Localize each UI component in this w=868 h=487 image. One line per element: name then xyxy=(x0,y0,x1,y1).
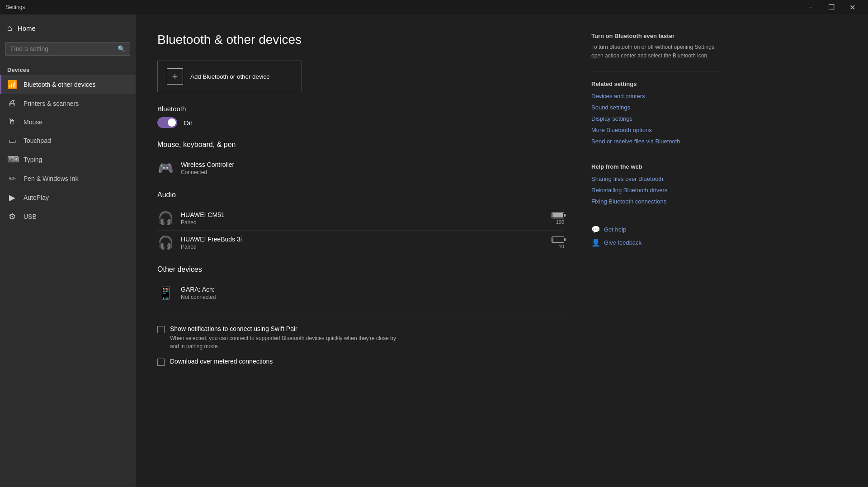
sidebar-item-touchpad[interactable]: ▭ Touchpad xyxy=(0,131,136,150)
mouse-icon: 🖱 xyxy=(7,117,17,127)
add-device-label: Add Bluetooth or other device xyxy=(190,73,270,80)
close-button[interactable]: ✕ xyxy=(842,0,863,14)
minimize-button[interactable]: − xyxy=(800,0,821,14)
usb-icon: ⚙ xyxy=(7,212,17,222)
tip-title: Turn on Bluetooth even faster xyxy=(591,33,718,39)
device-item-huawei-cm51[interactable]: 🎧 HUAWEI CM51 Paired 100 xyxy=(157,206,564,231)
download-metered-row: Download over metered connections xyxy=(157,358,564,367)
device-item-wireless-controller[interactable]: 🎮 Wireless Controller Connected xyxy=(157,156,564,180)
search-input[interactable] xyxy=(10,45,114,52)
sidebar-item-bluetooth[interactable]: 📶 Bluetooth & other devices xyxy=(0,75,136,94)
device-name-gara: GARA: Ach: xyxy=(181,286,564,293)
sidebar-item-printers-label: Printers & scanners xyxy=(24,100,79,107)
tip-text: To turn Bluetooth on or off without open… xyxy=(591,43,718,60)
device-battery-freebuds: 10 xyxy=(552,236,564,249)
controller-icon: 🎮 xyxy=(157,161,174,175)
main-content: Bluetooth & other devices + Add Bluetoot… xyxy=(136,14,868,487)
sidebar-item-printers[interactable]: 🖨 Printers & scanners xyxy=(0,94,136,113)
download-metered-checkbox[interactable] xyxy=(157,359,165,366)
battery-pct-freebuds: 10 xyxy=(559,244,564,249)
get-help-icon: 💬 xyxy=(591,225,600,234)
related-link-more-bluetooth[interactable]: More Bluetooth options xyxy=(591,127,718,133)
autoplay-icon: ▶ xyxy=(7,193,17,203)
swift-pair-desc: When selected, you can connect to suppor… xyxy=(170,334,396,350)
give-feedback-link[interactable]: 👤 Give feedback xyxy=(591,238,718,247)
other-devices-section: Other devices 📱 GARA: Ach: Not connected xyxy=(157,265,564,305)
swift-pair-text: Show notifications to connect using Swif… xyxy=(170,325,396,350)
sidebar-item-touchpad-label: Touchpad xyxy=(24,137,51,144)
app-title: Settings xyxy=(5,4,25,10)
device-status-gara: Not connected xyxy=(181,294,564,300)
divider xyxy=(157,316,564,316)
bluetooth-section-label: Bluetooth xyxy=(157,105,564,113)
headphones-icon-2: 🎧 xyxy=(157,235,174,250)
device-status-cm51: Paired xyxy=(181,219,544,226)
page-title: Bluetooth & other devices xyxy=(157,33,564,47)
audio-section: Audio 🎧 HUAWEI CM51 Paired 100 xyxy=(157,191,564,255)
add-device-button[interactable]: + Add Bluetooth or other device xyxy=(157,61,302,92)
device-info-gara: GARA: Ach: Not connected xyxy=(181,286,564,300)
mouse-keyboard-section: Mouse, keyboard, & pen 🎮 Wireless Contro… xyxy=(157,141,564,180)
help-section: 💬 Get help 👤 Give feedback xyxy=(591,225,718,247)
related-link-send-receive[interactable]: Send or receive files via Bluetooth xyxy=(591,138,718,145)
swift-pair-checkbox[interactable] xyxy=(157,326,165,333)
sidebar-item-pen[interactable]: ✏ Pen & Windows Ink xyxy=(0,169,136,188)
sidebar-home-label: Home xyxy=(18,24,36,32)
sidebar-item-home[interactable]: ⌂ Home xyxy=(0,14,136,42)
related-link-display[interactable]: Display settings xyxy=(591,115,718,122)
device-status-controller: Connected xyxy=(181,169,564,175)
bluetooth-toggle-row: On xyxy=(157,117,564,128)
related-settings-title: Related settings xyxy=(591,80,718,87)
right-panel: Turn on Bluetooth even faster To turn Bl… xyxy=(564,33,718,469)
window-controls: − ❐ ✕ xyxy=(800,0,863,14)
title-bar: Settings − ❐ ✕ xyxy=(0,0,868,14)
other-device-icon: 📱 xyxy=(157,285,174,300)
related-link-sound[interactable]: Sound settings xyxy=(591,104,718,111)
right-divider-3 xyxy=(591,214,718,214)
headphones-icon-1: 🎧 xyxy=(157,211,174,226)
device-status-freebuds: Paired xyxy=(181,244,544,250)
maximize-button[interactable]: ❐ xyxy=(821,0,842,14)
right-divider-2 xyxy=(591,154,718,154)
battery-pct-cm51: 100 xyxy=(556,219,564,225)
sidebar-item-autoplay[interactable]: ▶ AutoPlay xyxy=(0,188,136,207)
other-devices-section-title: Other devices xyxy=(157,265,564,275)
swift-pair-row: Show notifications to connect using Swif… xyxy=(157,325,564,350)
get-help-label: Get help xyxy=(604,226,626,233)
help-link-reinstalling[interactable]: Reinstalling Bluetooth drivers xyxy=(591,187,718,194)
sidebar-item-usb[interactable]: ⚙ USB xyxy=(0,207,136,226)
sidebar-item-typing[interactable]: ⌨ Typing xyxy=(0,150,136,169)
device-item-huawei-freebuds[interactable]: 🎧 HUAWEI FreeBuds 3i Paired 10 xyxy=(157,231,564,255)
pen-icon: ✏ xyxy=(7,174,17,184)
sidebar-item-typing-label: Typing xyxy=(24,156,42,163)
get-help-link[interactable]: 💬 Get help xyxy=(591,225,718,234)
typing-icon: ⌨ xyxy=(7,155,17,165)
help-link-fixing[interactable]: Fixing Bluetooth connections xyxy=(591,198,718,205)
battery-fill-cm51 xyxy=(552,213,563,217)
sidebar-item-usb-label: USB xyxy=(24,213,37,220)
sidebar-item-autoplay-label: AutoPlay xyxy=(24,194,49,201)
printers-icon: 🖨 xyxy=(7,99,17,108)
download-metered-title: Download over metered connections xyxy=(170,358,273,365)
device-info-controller: Wireless Controller Connected xyxy=(181,161,564,175)
related-link-devices-printers[interactable]: Devices and printers xyxy=(591,93,718,99)
sidebar-item-mouse[interactable]: 🖱 Mouse xyxy=(0,113,136,131)
download-metered-text: Download over metered connections xyxy=(170,358,273,367)
app-body: ⌂ Home 🔍 Devices 📶 Bluetooth & other dev… xyxy=(0,14,868,487)
help-from-web-title: Help from the web xyxy=(591,163,718,170)
device-item-gara[interactable]: 📱 GARA: Ach: Not connected xyxy=(157,281,564,305)
battery-fill-freebuds xyxy=(552,237,553,242)
battery-icon-cm51 xyxy=(552,212,564,218)
device-info-freebuds: HUAWEI FreeBuds 3i Paired xyxy=(181,236,544,250)
sidebar-search-box[interactable]: 🔍 xyxy=(5,42,130,56)
bluetooth-toggle-section: Bluetooth On xyxy=(157,105,564,128)
swift-pair-title: Show notifications to connect using Swif… xyxy=(170,325,396,332)
touchpad-icon: ▭ xyxy=(7,136,17,146)
give-feedback-label: Give feedback xyxy=(604,239,642,246)
help-link-sharing[interactable]: Sharing files over Bluetooth xyxy=(591,175,718,182)
device-name-freebuds: HUAWEI FreeBuds 3i xyxy=(181,236,544,243)
sidebar-item-mouse-label: Mouse xyxy=(24,118,42,126)
audio-section-title: Audio xyxy=(157,191,564,201)
bluetooth-toggle[interactable] xyxy=(157,117,177,128)
battery-icon-freebuds xyxy=(552,236,564,243)
